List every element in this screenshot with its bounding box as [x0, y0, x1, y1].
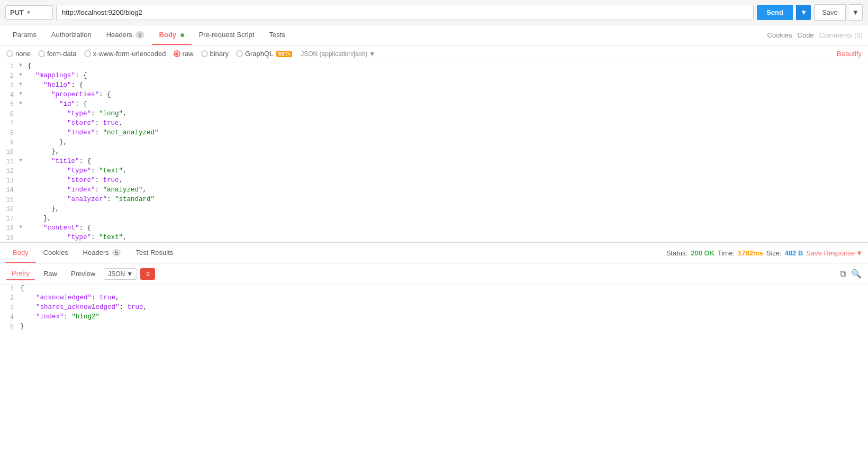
- resp-editor-line: 2 "acknowledged": true,: [0, 294, 868, 304]
- form-data-radio[interactable]: [38, 50, 45, 57]
- line-content: "index": "not_analyzed": [26, 129, 868, 136]
- none-label: none: [15, 50, 31, 58]
- resp-raw-option[interactable]: Raw: [38, 268, 62, 280]
- tab-prerequest[interactable]: Pre-request Script: [192, 25, 262, 45]
- comments-link[interactable]: Comments (0): [819, 26, 863, 44]
- none-radio[interactable]: [6, 50, 13, 57]
- editor-line: 3▼ "hello": {: [0, 81, 868, 91]
- form-data-option[interactable]: form-data: [38, 50, 77, 58]
- graphql-beta-badge: BETA: [276, 51, 292, 57]
- request-body-editor[interactable]: 1▼{2▼ "mappings": {3▼ "hello": {4▼ "prop…: [0, 62, 868, 242]
- line-toggle-icon[interactable]: ▼: [19, 62, 26, 68]
- editor-line: 2▼ "mappings": {: [0, 72, 868, 81]
- binary-radio[interactable]: [201, 50, 208, 57]
- resp-tab-cookies[interactable]: Cookies: [36, 243, 76, 263]
- tab-body[interactable]: Body: [152, 25, 192, 45]
- save-response-label: Save Response: [806, 249, 855, 257]
- editor-line: 5▼ "id": {: [0, 100, 868, 110]
- editor-line: 8 "index": "not_analyzed": [0, 129, 868, 139]
- editor-line: 7 "store": true,: [0, 120, 868, 129]
- line-content: "content": {: [26, 224, 868, 232]
- line-toggle-icon[interactable]: ▼: [19, 72, 26, 78]
- editor-line: 15 "analyzer": "standard": [0, 196, 868, 205]
- status-value: 200 OK: [691, 249, 715, 257]
- save-button[interactable]: Save: [814, 4, 846, 21]
- line-number: 12: [0, 167, 19, 175]
- response-tabs-bar: Body Cookies Headers 5 Test Results Stat…: [0, 243, 868, 263]
- urlencoded-radio[interactable]: [84, 50, 91, 57]
- resp-line-number: 1: [0, 285, 19, 292]
- code-link[interactable]: Code: [798, 26, 814, 44]
- line-content: "mappings": {: [26, 72, 868, 79]
- send-dropdown-button[interactable]: ▼: [796, 5, 811, 20]
- line-content: "type": "long",: [26, 110, 868, 117]
- none-option[interactable]: none: [6, 50, 31, 58]
- line-number: 19: [0, 234, 19, 242]
- beautify-button[interactable]: Beautify: [837, 50, 862, 58]
- response-body-editor[interactable]: 1{2 "acknowledged": true,3 "shards_ackno…: [0, 285, 868, 353]
- method-select[interactable]: PUT ▼: [5, 5, 53, 20]
- editor-line: 18▼ "content": {: [0, 224, 868, 234]
- json-format-dropdown[interactable]: JSON (application/json) ▼: [301, 50, 375, 58]
- line-number: 5: [0, 100, 19, 108]
- resp-editor-line: 3 "shards_acknowledged": true,: [0, 304, 868, 313]
- line-number: 1: [0, 62, 19, 70]
- url-input[interactable]: [56, 5, 754, 20]
- wrap-button[interactable]: ≡: [140, 268, 155, 280]
- status-label: Status:: [666, 249, 688, 257]
- resp-line-content: "index": "blog2": [19, 313, 868, 320]
- resp-tab-test-results[interactable]: Test Results: [128, 243, 180, 263]
- resp-line-content: }: [19, 323, 868, 330]
- line-toggle-icon[interactable]: ▼: [19, 158, 26, 163]
- line-number: 13: [0, 177, 19, 185]
- editor-line: 16 },: [0, 205, 868, 215]
- line-number: 14: [0, 186, 19, 194]
- line-number: 6: [0, 110, 19, 118]
- graphql-option[interactable]: GraphQL BETA: [236, 50, 292, 58]
- line-content: "type": "text",: [26, 234, 868, 241]
- graphql-radio[interactable]: [236, 50, 243, 57]
- line-toggle-icon[interactable]: ▼: [19, 91, 26, 97]
- resp-tab-body[interactable]: Body: [5, 243, 36, 263]
- search-icon[interactable]: 🔍: [851, 269, 862, 279]
- top-bar: PUT ▼ Send ▼ Save ▼: [0, 0, 868, 25]
- resp-preview-option[interactable]: Preview: [66, 268, 101, 280]
- resp-tab-headers[interactable]: Headers 5: [76, 243, 129, 263]
- resp-json-dropdown[interactable]: JSON ▼: [104, 268, 137, 280]
- tab-params[interactable]: Params: [5, 25, 44, 45]
- line-content: {: [26, 62, 868, 70]
- tab-tests[interactable]: Tests: [261, 25, 292, 45]
- save-response-button[interactable]: Save Response ▼: [806, 249, 863, 257]
- line-content: "store": true,: [26, 120, 868, 127]
- method-label: PUT: [10, 8, 24, 16]
- line-number: 18: [0, 224, 19, 232]
- line-number: 11: [0, 158, 19, 166]
- line-toggle-icon[interactable]: ▼: [19, 100, 26, 106]
- resp-pretty-option[interactable]: Pretty: [6, 267, 35, 280]
- line-toggle-icon[interactable]: ▼: [19, 224, 26, 230]
- line-number: 3: [0, 81, 19, 89]
- tab-headers[interactable]: Headers 9: [99, 25, 152, 45]
- urlencoded-option[interactable]: x-www-form-urlencoded: [84, 50, 166, 58]
- request-tabs: Params Authorization Headers 9 Body Pre-…: [0, 25, 868, 45]
- line-content: "hello": {: [26, 81, 868, 89]
- raw-option[interactable]: raw: [174, 50, 194, 58]
- editor-line: 19 "type": "text",: [0, 234, 868, 242]
- method-arrow-icon: ▼: [26, 10, 31, 15]
- resp-json-label: JSON: [108, 270, 125, 278]
- cookies-link[interactable]: Cookies: [767, 26, 792, 44]
- resp-json-arrow-icon: ▼: [126, 270, 133, 278]
- send-button[interactable]: Send: [757, 5, 793, 20]
- body-dot-indicator: [180, 33, 184, 37]
- raw-radio[interactable]: [174, 50, 180, 57]
- save-dropdown-button[interactable]: ▼: [849, 4, 863, 21]
- wrap-icon: ≡: [146, 270, 150, 278]
- line-content: "title": {: [26, 158, 868, 165]
- binary-option[interactable]: binary: [201, 50, 229, 58]
- editor-line: 17 },: [0, 215, 868, 224]
- tab-authorization[interactable]: Authorization: [44, 25, 99, 45]
- editor-line: 13 "store": true,: [0, 177, 868, 186]
- line-toggle-icon[interactable]: ▼: [19, 81, 26, 87]
- copy-icon[interactable]: ⧉: [840, 269, 846, 279]
- resp-line-number: 3: [0, 304, 19, 311]
